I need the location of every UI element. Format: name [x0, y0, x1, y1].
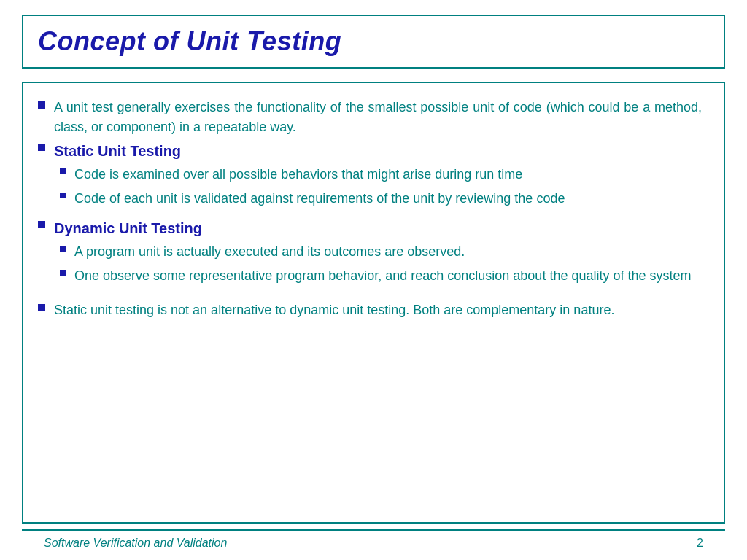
footer: Software Verification and Validation 2	[22, 529, 725, 553]
bullet-text-3: Static unit testing is not an alternativ…	[54, 300, 614, 320]
bullet-text-1: A unit test generally exercises the func…	[54, 98, 702, 137]
bullet-square-dynamic	[38, 221, 45, 228]
footer-title: Software Verification and Validation	[44, 537, 227, 550]
dynamic-sub-item-2: One observe some representative program …	[60, 266, 702, 286]
dynamic-sub-text-2: One observe some representative program …	[74, 266, 691, 286]
static-label: Static Unit Testing	[54, 140, 181, 162]
bullet-square-3	[38, 304, 45, 311]
static-sub-item-1: Code is examined over all possible behav…	[60, 165, 702, 184]
bullet-square-dynamic-2	[60, 270, 66, 276]
footer-page: 2	[697, 537, 703, 550]
bullet-square-dynamic-1	[60, 246, 66, 252]
bullet-square-static-1	[60, 168, 66, 174]
static-sub-bullets: Code is examined over all possible behav…	[60, 165, 702, 213]
dynamic-label: Dynamic Unit Testing	[54, 217, 202, 239]
bullet-item-1: A unit test generally exercises the func…	[38, 98, 702, 137]
title-box: Concept of Unit Testing	[22, 15, 725, 69]
static-sub-text-1: Code is examined over all possible behav…	[74, 165, 522, 184]
content-box: A unit test generally exercises the func…	[22, 82, 725, 524]
dynamic-sub-item-1: A program unit is actually executed and …	[60, 242, 702, 262]
static-sub-text-2: Code of each unit is validated against r…	[74, 189, 565, 209]
bullet-square-static-2	[60, 192, 66, 198]
dynamic-sub-bullets: A program unit is actually executed and …	[60, 242, 702, 290]
bullet-item-static: Static Unit Testing	[38, 140, 702, 162]
slide-title: Concept of Unit Testing	[38, 26, 341, 56]
bullet-square-1	[38, 101, 45, 109]
bullet-item-3: Static unit testing is not an alternativ…	[38, 300, 702, 320]
static-sub-item-2: Code of each unit is validated against r…	[60, 189, 702, 209]
slide: Concept of Unit Testing A unit test gene…	[0, 0, 747, 560]
bullet-item-dynamic: Dynamic Unit Testing	[38, 217, 702, 239]
dynamic-sub-text-1: A program unit is actually executed and …	[74, 242, 465, 262]
bullet-square-static	[38, 144, 45, 151]
